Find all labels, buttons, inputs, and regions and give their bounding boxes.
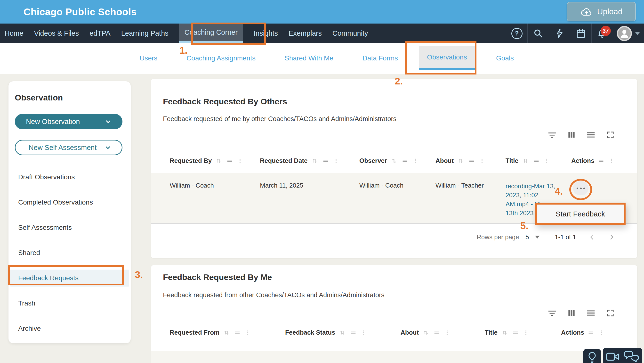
column-header-actions[interactable]: Actions [571,157,615,165]
tab-coaching-assignments[interactable]: Coaching Assignments [178,46,264,70]
previous-page-button[interactable] [588,233,596,241]
table-row-empty [151,351,637,363]
nav-item-home[interactable]: Home [4,24,23,43]
rows-per-page-select[interactable]: 5 [526,233,540,241]
sidebar-item-archive[interactable]: Archive [8,316,131,341]
sort-icon[interactable] [311,157,318,165]
column-menu-icon[interactable] [479,157,485,165]
sort-icon[interactable] [422,329,430,336]
sidebar-item-draft-observations[interactable]: Draft Observations [8,165,131,190]
tab-goals[interactable]: Goals [488,46,522,70]
page: Chicago Public Schools Upload Home Video… [0,0,644,363]
column-menu-icon[interactable] [444,329,450,336]
tab-data-forms[interactable]: Data Forms [354,46,406,70]
nav-item-edtpa[interactable]: edTPA [90,24,110,43]
menu-item-start-feedback[interactable]: Start Feedback [556,210,605,218]
drag-handle-icon[interactable] [598,157,604,164]
column-menu-icon[interactable] [333,157,339,165]
upload-button[interactable]: Upload [567,2,636,21]
column-menu-icon[interactable] [245,329,251,336]
sort-icon[interactable] [457,157,464,165]
sort-icon[interactable] [215,157,222,165]
cell-observer: William - Coach [359,182,404,189]
tips-button[interactable] [583,349,601,363]
next-page-button[interactable] [608,233,616,241]
row-density-icon[interactable] [586,308,596,318]
quick-actions-button[interactable] [549,24,570,43]
column-menu-icon[interactable] [523,329,529,336]
tab-observations[interactable]: Observations [419,46,475,70]
column-header-about[interactable]: About [400,329,450,336]
sort-icon[interactable] [390,157,398,165]
column-header-observer[interactable]: Observer [359,157,418,165]
row-density-icon[interactable] [586,130,596,140]
column-menu-icon[interactable] [544,157,550,165]
notifications-button[interactable]: 37 [592,24,613,43]
nav-item-exemplars[interactable]: Exemplars [288,24,322,43]
column-menu-icon[interactable] [598,329,604,336]
sort-icon[interactable] [522,157,529,165]
annotation-step-5: 5. [520,220,528,231]
subnav-tabs: Users Coaching Assignments Shared With M… [132,46,522,70]
column-menu-icon[interactable] [412,157,418,165]
column-label: Title [485,329,498,336]
drag-handle-icon[interactable] [512,329,519,336]
video-chat-button[interactable] [603,348,642,363]
tab-shared-with-me[interactable]: Shared With Me [277,46,342,70]
column-header-title[interactable]: Title [485,329,529,336]
rows-per-page-label: Rows per page [477,233,519,241]
row-actions-menu: Start Feedback [535,203,626,225]
column-header-requested-by[interactable]: Requested By [170,157,243,165]
drag-handle-icon[interactable] [468,157,475,164]
sidebar-item-self-assessments[interactable]: Self Assessments [8,215,131,240]
column-header-about[interactable]: About [436,157,485,165]
search-button[interactable] [527,24,549,43]
sidebar-item-feedback-requests[interactable]: Feedback Requests [10,270,129,286]
account-menu[interactable] [613,24,644,43]
column-header-title[interactable]: Title [506,157,550,165]
sidebar-item-shared[interactable]: Shared [8,240,131,265]
sort-icon[interactable] [501,329,508,336]
drag-handle-icon[interactable] [226,157,233,164]
fullscreen-icon[interactable] [606,130,615,140]
caret-down-icon [535,236,540,238]
help-button[interactable]: ? [506,24,527,43]
drag-handle-icon[interactable] [588,329,594,336]
column-menu-icon[interactable] [608,157,615,165]
tab-users[interactable]: Users [132,46,165,70]
nav-item-insights[interactable]: Insights [254,24,278,43]
row-actions-button[interactable] [573,181,588,195]
drag-handle-icon[interactable] [350,329,357,336]
column-header-requested-from[interactable]: Requested From [170,329,251,336]
nav-item-coaching-corner[interactable]: Coaching Corner [179,24,243,43]
help-icon: ? [511,28,522,39]
drag-handle-icon[interactable] [433,329,440,336]
sidebar-item-trash[interactable]: Trash [8,291,131,316]
fullscreen-icon[interactable] [606,308,615,318]
calendar-button[interactable] [570,24,592,43]
column-header-feedback-status[interactable]: Feedback Status [285,329,367,336]
sort-icon[interactable] [339,329,346,336]
annotation-step-2: 2. [395,76,403,87]
chevron-down-icon [635,32,640,35]
nav-item-community[interactable]: Community [332,24,368,43]
column-menu-icon[interactable] [237,157,243,165]
sort-icon[interactable] [223,329,230,336]
drag-handle-icon[interactable] [234,329,241,336]
columns-icon[interactable] [567,308,576,318]
filter-icon[interactable] [548,130,557,140]
columns-icon[interactable] [567,130,576,140]
nav-item-learning-paths[interactable]: Learning Paths [121,24,168,43]
drag-handle-icon[interactable] [322,157,329,164]
new-observation-button[interactable]: New Observation [15,114,122,129]
new-self-assessment-button[interactable]: New Self Assessment [15,140,122,155]
drag-handle-icon[interactable] [402,157,408,164]
nav-item-videos-files[interactable]: Videos & Files [34,24,79,43]
column-menu-icon[interactable] [360,329,367,336]
drag-handle-icon[interactable] [533,157,540,164]
filter-icon[interactable] [548,308,557,318]
chevron-down-icon [104,117,112,126]
sidebar-item-completed-observations[interactable]: Completed Observations [8,190,131,215]
column-header-actions[interactable]: Actions [561,329,604,336]
column-header-requested-date[interactable]: Requested Date [260,157,339,165]
